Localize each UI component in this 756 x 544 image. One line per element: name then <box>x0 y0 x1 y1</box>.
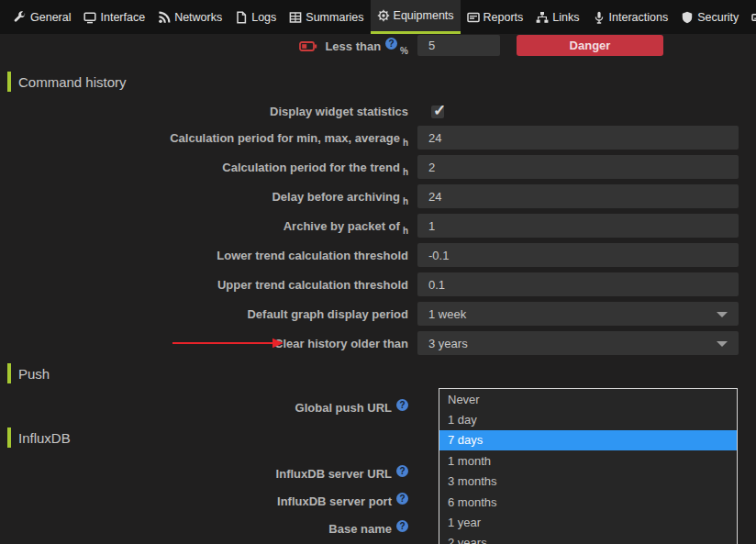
lower-trend-calculation-threshold-input[interactable] <box>417 243 739 267</box>
unit-suffix: h <box>403 226 408 236</box>
field-label-text: InfluxDB server URL <box>276 467 392 481</box>
field-control <box>417 126 739 150</box>
form-row-upper-trend-calculation-threshold: Upper trend calculation threshold <box>0 270 756 299</box>
nav-item-label: Reports <box>484 11 524 24</box>
nav-item-label: Interface <box>100 11 145 24</box>
dropdown-option-never[interactable]: Never <box>439 389 737 409</box>
sitemap-icon <box>536 11 549 24</box>
help-icon[interactable]: ? <box>396 399 408 411</box>
upper-trend-calculation-threshold-input[interactable] <box>417 272 739 296</box>
nav-item-links[interactable]: Links <box>529 0 585 34</box>
nav-item-interface[interactable]: Interface <box>77 0 151 34</box>
field-label-text: Display widget statistics <box>270 105 408 118</box>
field-control: 1 week <box>417 302 739 326</box>
help-icon[interactable]: ? <box>385 38 397 50</box>
card-icon <box>467 11 480 24</box>
form-row-display-widget-statistics: Display widget statistics <box>0 100 756 123</box>
dropdown-option-7-days[interactable]: 7 days <box>439 430 737 450</box>
field-label-text: Default graph display period <box>247 307 408 321</box>
dropdown-option-1-month[interactable]: 1 month <box>439 450 737 471</box>
nav-item-label: Summaries <box>306 11 363 24</box>
clear-history-dropdown-menu: Never1 day7 days1 month3 months6 months1… <box>439 388 738 544</box>
nav-item-label: Interactions <box>609 11 669 24</box>
field-label: InfluxDB server port? <box>0 493 417 508</box>
field-control: 3 years <box>417 331 739 355</box>
field-label: Base name? <box>0 520 417 536</box>
table-icon <box>289 11 302 24</box>
field-label: Upper trend calculation threshold <box>0 278 417 292</box>
field-label: Default graph display period <box>0 307 417 321</box>
default-graph-display-period-select[interactable]: 1 week <box>417 302 739 326</box>
section-accent-bar <box>7 72 11 92</box>
field-label-text: Clear history older than <box>274 337 408 350</box>
field-control <box>417 272 739 296</box>
nav-item-equipments[interactable]: Equipments <box>371 0 461 34</box>
nav-item-label: General <box>30 11 71 24</box>
help-icon[interactable]: ? <box>396 465 408 477</box>
calculation-period-for-min-max-average-input[interactable] <box>417 126 739 150</box>
nav-item-reports[interactable]: Reports <box>461 0 530 34</box>
form-row-delay-before-archiving: Delay before archivingh <box>0 182 756 211</box>
field-label-text: Calculation period for the trend <box>222 161 400 174</box>
form-row-archive-by-packet-of: Archive by packet ofh <box>0 211 756 240</box>
battery-icon <box>299 40 317 52</box>
unit-suffix: h <box>403 167 408 177</box>
dropdown-option-1-day[interactable]: 1 day <box>439 409 737 429</box>
chevron-down-icon <box>717 312 728 317</box>
monitor-icon <box>83 11 96 24</box>
unit-suffix: % <box>400 46 408 56</box>
field-label: Calculation period for min, max, average… <box>0 131 417 145</box>
settings-form: Less than?% Danger Command history Displ… <box>0 34 756 541</box>
dropdown-option-3-months[interactable]: 3 months <box>439 472 737 492</box>
danger-button[interactable]: Danger <box>517 35 663 56</box>
unit-suffix: h <box>403 138 408 148</box>
less-than-label: Less than?% <box>0 38 417 53</box>
chevron-down-icon <box>717 341 728 347</box>
field-control <box>417 155 739 179</box>
form-row-lower-trend-calculation-threshold: Lower trend calculation threshold <box>0 240 756 270</box>
less-than-label-text: Less than <box>325 39 381 53</box>
nav-item-security[interactable]: Security <box>674 0 745 34</box>
nav-item-u[interactable]: U <box>745 0 756 34</box>
less-than-input[interactable] <box>417 35 500 56</box>
field-label: Global push URL? <box>0 399 417 415</box>
field-label-text: Delay before archiving <box>272 190 399 204</box>
calculation-period-for-the-trend-input[interactable] <box>417 155 739 179</box>
help-icon[interactable]: ? <box>396 520 408 532</box>
shield-icon <box>681 11 694 24</box>
section-accent-bar <box>7 427 11 448</box>
field-label: Lower trend calculation threshold <box>0 249 417 262</box>
nav-item-logs[interactable]: Logs <box>228 0 283 34</box>
field-control <box>417 184 739 208</box>
microphone-icon <box>593 11 606 24</box>
field-control <box>417 243 739 267</box>
dropdown-option-1-year[interactable]: 1 year <box>439 512 737 532</box>
form-row-calculation-period-for-min-max-average: Calculation period for min, max, average… <box>0 123 756 152</box>
display-widget-statistics-checkbox[interactable] <box>431 105 444 118</box>
field-label-text: Calculation period for min, max, average <box>170 131 400 145</box>
archive-by-packet-of-input[interactable] <box>417 214 739 238</box>
red-annotation-arrow <box>172 338 284 349</box>
field-label: Archive by packet ofh <box>0 219 417 233</box>
field-label-text: Lower trend calculation threshold <box>217 249 408 262</box>
select-value: 1 week <box>417 307 466 321</box>
nav-item-general[interactable]: General <box>7 0 77 34</box>
nav-item-interactions[interactable]: Interactions <box>586 0 675 34</box>
rss-icon <box>158 11 171 24</box>
nav-item-label: Logs <box>251 11 276 24</box>
field-label-text: Base name <box>328 522 392 536</box>
dropdown-option-2-years[interactable]: 2 years <box>439 533 737 544</box>
help-icon[interactable]: ? <box>396 493 408 505</box>
unit-suffix: h <box>403 196 408 206</box>
field-control <box>417 214 739 238</box>
field-label: Clear history older than <box>0 337 417 350</box>
field-label: InfluxDB server URL? <box>0 465 417 481</box>
field-label-text: InfluxDB server port <box>277 494 392 508</box>
delay-before-archiving-input[interactable] <box>417 184 739 208</box>
field-label-text: Archive by packet of <box>284 219 400 233</box>
clear-history-older-than-select[interactable]: 3 years <box>417 331 739 355</box>
nav-item-networks[interactable]: Networks <box>151 0 228 34</box>
dropdown-option-6-months[interactable]: 6 months <box>439 492 737 512</box>
nav-item-summaries[interactable]: Summaries <box>283 0 370 34</box>
section-accent-bar <box>7 363 11 383</box>
